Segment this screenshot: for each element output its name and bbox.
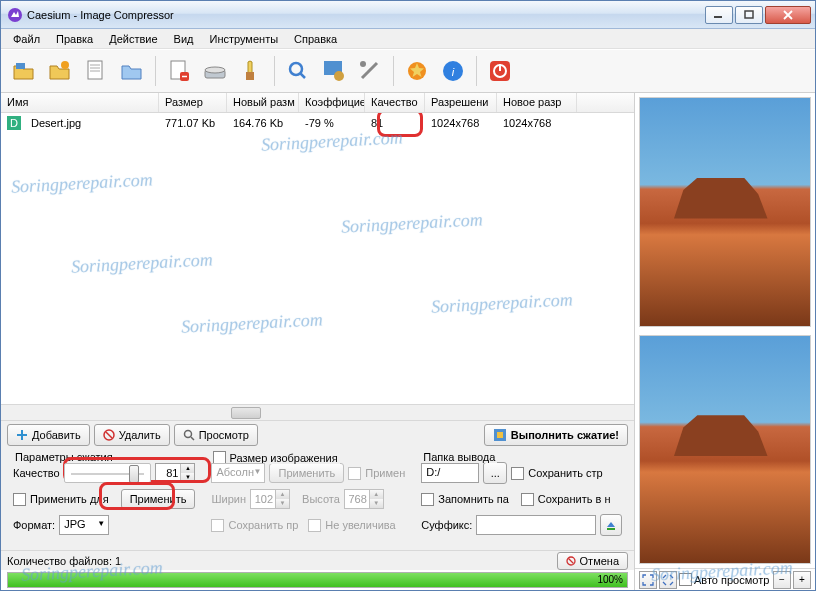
app-icon: [7, 7, 23, 23]
status-bar: Количество файлов: 1 Отмена: [1, 550, 634, 570]
preview-compressed[interactable]: [639, 335, 811, 565]
window-title: Caesium - Image Compressor: [27, 9, 705, 21]
close-button[interactable]: [765, 6, 811, 24]
quality-label: Качество: [13, 467, 60, 479]
brush-icon[interactable]: [234, 54, 268, 88]
zoom-in-icon[interactable]: +: [793, 571, 811, 589]
quality-spinner[interactable]: ▲▼: [155, 463, 195, 483]
col-ratio[interactable]: Коэффицие: [299, 93, 365, 112]
watermark: Soringperepair.com: [181, 309, 324, 337]
image-settings-icon[interactable]: [317, 54, 351, 88]
open-folder-sun-icon[interactable]: [43, 54, 77, 88]
width-spinner[interactable]: ▲▼: [250, 489, 290, 509]
cell-res: 1024x768: [425, 115, 497, 131]
apply-for-label: Применить для: [30, 493, 117, 505]
fit-icon[interactable]: [639, 571, 657, 589]
action-row: Добавить Удалить Просмотр Выполнить сжат…: [1, 420, 634, 448]
svg-point-13: [334, 71, 344, 81]
cell-newres: 1024x768: [497, 115, 577, 131]
no-enlarge-checkbox[interactable]: [308, 519, 321, 532]
column-headers: Имя Размер Новый разм Коэффицие Качество…: [1, 93, 634, 113]
output-panel: Папка вывода D:/ ... Сохранить стр Запом…: [415, 452, 628, 546]
menu-tools[interactable]: Инструменты: [201, 31, 286, 47]
drive-icon[interactable]: [198, 54, 232, 88]
menu-view[interactable]: Вид: [166, 31, 202, 47]
file-list[interactable]: DDesert.jpg 771.07 Kb 164.76 Kb -79 % 81…: [1, 113, 634, 404]
star-icon[interactable]: [400, 54, 434, 88]
suffix-label: Суффикс:: [421, 519, 472, 531]
zoom-out-icon[interactable]: −: [773, 571, 791, 589]
save-in-checkbox[interactable]: [521, 493, 534, 506]
actual-size-icon[interactable]: [659, 571, 677, 589]
menu-edit[interactable]: Правка: [48, 31, 101, 47]
col-quality[interactable]: Качество: [365, 93, 425, 112]
size-apply-checkbox[interactable]: [348, 467, 361, 480]
svg-point-9: [205, 67, 225, 73]
add-button[interactable]: Добавить: [7, 424, 90, 446]
auto-preview-label: Авто просмотр: [694, 574, 771, 586]
svg-rect-3: [16, 63, 25, 69]
search-icon[interactable]: [281, 54, 315, 88]
watermark: Soringperepair.com: [431, 289, 574, 317]
output-path-input[interactable]: D:/: [421, 463, 479, 483]
col-newsize[interactable]: Новый разм: [227, 93, 299, 112]
menu-help[interactable]: Справка: [286, 31, 345, 47]
svg-rect-10: [246, 72, 254, 80]
svg-text:D: D: [10, 117, 18, 129]
scrollbar-thumb[interactable]: [231, 407, 261, 419]
save-structure-checkbox[interactable]: [511, 467, 524, 480]
menu-action[interactable]: Действие: [101, 31, 165, 47]
power-icon[interactable]: [483, 54, 517, 88]
watermark: Soringperepair.com: [341, 209, 484, 237]
cell-size: 771.07 Kb: [159, 115, 227, 131]
apply-button[interactable]: Применить: [121, 489, 196, 509]
auto-preview-checkbox[interactable]: [679, 573, 692, 586]
svg-rect-25: [607, 528, 615, 530]
remove-icon[interactable]: [162, 54, 196, 88]
keep-ratio-checkbox[interactable]: [211, 519, 224, 532]
watermark: Soringperepair.com: [11, 169, 154, 197]
col-newres[interactable]: Новое разр: [497, 93, 577, 112]
preview-original[interactable]: [639, 97, 811, 327]
svg-rect-2: [745, 11, 753, 18]
compression-panel: Параметры сжатия Качество ▲▼ Применить д…: [7, 452, 201, 546]
suffix-input[interactable]: [476, 515, 596, 535]
mode-select[interactable]: Абсолн: [211, 463, 265, 483]
format-select[interactable]: JPG: [59, 515, 109, 535]
preview-controls: Авто просмотр − +: [635, 568, 815, 590]
preview-button[interactable]: Просмотр: [174, 424, 258, 446]
cell-name: Desert.jpg: [25, 115, 87, 131]
menu-bar: Файл Правка Действие Вид Инструменты Спр…: [1, 29, 815, 49]
title-bar[interactable]: Caesium - Image Compressor: [1, 1, 815, 29]
format-label: Формат:: [13, 519, 55, 531]
tools-icon[interactable]: [353, 54, 387, 88]
menu-file[interactable]: Файл: [5, 31, 48, 47]
horizontal-scrollbar[interactable]: [1, 404, 634, 420]
watermark: Soringperepair.com: [71, 249, 214, 277]
browse-button[interactable]: ...: [483, 462, 507, 484]
minimize-button[interactable]: [705, 6, 733, 24]
cancel-button[interactable]: Отмена: [557, 552, 628, 570]
col-name[interactable]: Имя: [1, 93, 159, 112]
panel-title: Папка вывода: [421, 451, 497, 463]
svg-point-23: [184, 430, 191, 437]
col-size[interactable]: Размер: [159, 93, 227, 112]
quality-slider[interactable]: [64, 463, 152, 483]
cell-quality: 81: [365, 115, 425, 131]
maximize-button[interactable]: [735, 6, 763, 24]
compress-button[interactable]: Выполнить сжатие!: [484, 424, 628, 446]
remember-checkbox[interactable]: [421, 493, 434, 506]
apply-for-checkbox[interactable]: [13, 493, 26, 506]
info-icon[interactable]: i: [436, 54, 470, 88]
document-icon[interactable]: [79, 54, 113, 88]
size-apply-button[interactable]: Применить: [269, 463, 344, 483]
delete-button[interactable]: Удалить: [94, 424, 170, 446]
suffix-action-button[interactable]: [600, 514, 622, 536]
folder-icon[interactable]: [115, 54, 149, 88]
quality-input[interactable]: [156, 467, 180, 479]
open-file-icon[interactable]: [7, 54, 41, 88]
col-res[interactable]: Разрешени: [425, 93, 497, 112]
cell-newsize: 164.76 Kb: [227, 115, 299, 131]
height-spinner[interactable]: ▲▼: [344, 489, 384, 509]
table-row[interactable]: DDesert.jpg 771.07 Kb 164.76 Kb -79 % 81…: [1, 113, 634, 133]
